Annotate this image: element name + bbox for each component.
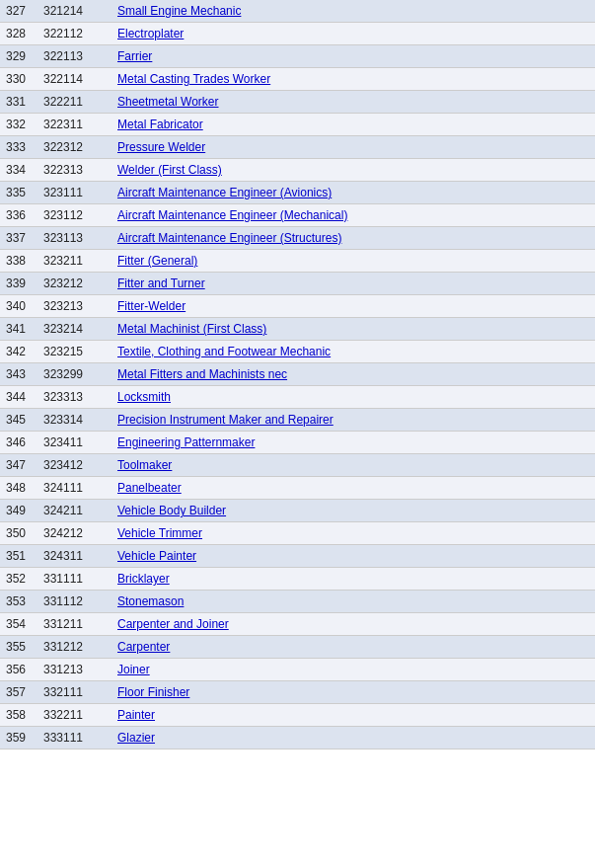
row-label[interactable]: Toolmaker xyxy=(112,454,595,477)
row-number: 345 xyxy=(0,409,37,432)
row-number: 340 xyxy=(0,295,37,318)
row-label[interactable]: Farrier xyxy=(112,45,595,68)
row-label[interactable]: Bricklayer xyxy=(112,568,595,591)
row-code: 323299 xyxy=(37,363,112,386)
row-number: 330 xyxy=(0,68,37,91)
table-row: 357 332111 Floor Finisher xyxy=(0,681,595,704)
table-row: 348 324111 Panelbeater xyxy=(0,477,595,500)
row-label[interactable]: Floor Finisher xyxy=(112,681,595,704)
row-code: 323411 xyxy=(37,432,112,454)
row-code: 323112 xyxy=(37,204,112,227)
table-row: 343 323299 Metal Fitters and Machinists … xyxy=(0,363,595,386)
row-code: 321214 xyxy=(37,0,112,23)
row-number: 329 xyxy=(0,45,37,68)
row-label[interactable]: Vehicle Trimmer xyxy=(112,522,595,545)
row-number: 348 xyxy=(0,477,37,500)
row-code: 323213 xyxy=(37,295,112,318)
table-row: 342 323215 Textile, Clothing and Footwea… xyxy=(0,341,595,363)
row-code: 331111 xyxy=(37,568,112,591)
row-number: 333 xyxy=(0,136,37,159)
row-code: 322311 xyxy=(37,114,112,136)
row-label[interactable]: Locksmith xyxy=(112,386,595,409)
table-row: 341 323214 Metal Machinist (First Class) xyxy=(0,318,595,341)
row-code: 332211 xyxy=(37,704,112,727)
row-number: 337 xyxy=(0,227,37,250)
row-number: 358 xyxy=(0,704,37,727)
table-row: 327 321214 Small Engine Mechanic xyxy=(0,0,595,23)
row-label[interactable]: Small Engine Mechanic xyxy=(112,0,595,23)
row-number: 356 xyxy=(0,659,37,681)
row-label[interactable]: Vehicle Body Builder xyxy=(112,500,595,522)
table-row: 349 324211 Vehicle Body Builder xyxy=(0,500,595,522)
row-number: 357 xyxy=(0,681,37,704)
row-label[interactable]: Vehicle Painter xyxy=(112,545,595,568)
row-label[interactable]: Glazier xyxy=(112,727,595,750)
table-row: 346 323411 Engineering Patternmaker xyxy=(0,432,595,454)
row-label[interactable]: Precision Instrument Maker and Repairer xyxy=(112,409,595,432)
row-label[interactable]: Fitter and Turner xyxy=(112,273,595,295)
row-label[interactable]: Stonemason xyxy=(112,591,595,613)
row-code: 331213 xyxy=(37,659,112,681)
row-number: 347 xyxy=(0,454,37,477)
table-row: 350 324212 Vehicle Trimmer xyxy=(0,522,595,545)
row-code: 322114 xyxy=(37,68,112,91)
row-label[interactable]: Fitter-Welder xyxy=(112,295,595,318)
row-label[interactable]: Metal Fitters and Machinists nec xyxy=(112,363,595,386)
row-label[interactable]: Painter xyxy=(112,704,595,727)
row-code: 322313 xyxy=(37,159,112,182)
table-row: 354 331211 Carpenter and Joiner xyxy=(0,613,595,636)
row-label[interactable]: Panelbeater xyxy=(112,477,595,500)
row-code: 331112 xyxy=(37,591,112,613)
row-number: 332 xyxy=(0,114,37,136)
row-label[interactable]: Carpenter xyxy=(112,636,595,659)
row-number: 351 xyxy=(0,545,37,568)
row-code: 323313 xyxy=(37,386,112,409)
row-label[interactable]: Electroplater xyxy=(112,23,595,45)
table-row: 330 322114 Metal Casting Trades Worker xyxy=(0,68,595,91)
table-row: 329 322113 Farrier xyxy=(0,45,595,68)
row-number: 336 xyxy=(0,204,37,227)
row-number: 342 xyxy=(0,341,37,363)
table-row: 340 323213 Fitter-Welder xyxy=(0,295,595,318)
row-code: 322211 xyxy=(37,91,112,114)
table-row: 347 323412 Toolmaker xyxy=(0,454,595,477)
row-label[interactable]: Pressure Welder xyxy=(112,136,595,159)
row-code: 323314 xyxy=(37,409,112,432)
row-number: 343 xyxy=(0,363,37,386)
row-label[interactable]: Joiner xyxy=(112,659,595,681)
row-label[interactable]: Sheetmetal Worker xyxy=(112,91,595,114)
row-number: 335 xyxy=(0,182,37,204)
row-label[interactable]: Metal Machinist (First Class) xyxy=(112,318,595,341)
table-row: 336 323112 Aircraft Maintenance Engineer… xyxy=(0,204,595,227)
row-code: 324211 xyxy=(37,500,112,522)
row-code: 324111 xyxy=(37,477,112,500)
row-number: 359 xyxy=(0,727,37,750)
table-row: 333 322312 Pressure Welder xyxy=(0,136,595,159)
row-number: 344 xyxy=(0,386,37,409)
row-label[interactable]: Carpenter and Joiner xyxy=(112,613,595,636)
row-number: 334 xyxy=(0,159,37,182)
row-label[interactable]: Metal Fabricator xyxy=(112,114,595,136)
row-label[interactable]: Aircraft Maintenance Engineer (Structure… xyxy=(112,227,595,250)
row-number: 353 xyxy=(0,591,37,613)
row-label[interactable]: Welder (First Class) xyxy=(112,159,595,182)
row-number: 338 xyxy=(0,250,37,273)
row-label[interactable]: Metal Casting Trades Worker xyxy=(112,68,595,91)
row-code: 331212 xyxy=(37,636,112,659)
row-code: 331211 xyxy=(37,613,112,636)
row-label[interactable]: Engineering Patternmaker xyxy=(112,432,595,454)
table-row: 335 323111 Aircraft Maintenance Engineer… xyxy=(0,182,595,204)
table-row: 337 323113 Aircraft Maintenance Engineer… xyxy=(0,227,595,250)
row-number: 350 xyxy=(0,522,37,545)
table-row: 353 331112 Stonemason xyxy=(0,591,595,613)
row-label[interactable]: Aircraft Maintenance Engineer (Mechanica… xyxy=(112,204,595,227)
row-number: 355 xyxy=(0,636,37,659)
table-row: 338 323211 Fitter (General) xyxy=(0,250,595,273)
table-row: 332 322311 Metal Fabricator xyxy=(0,114,595,136)
row-label[interactable]: Textile, Clothing and Footwear Mechanic xyxy=(112,341,595,363)
table-row: 351 324311 Vehicle Painter xyxy=(0,545,595,568)
row-label[interactable]: Aircraft Maintenance Engineer (Avionics) xyxy=(112,182,595,204)
row-code: 323215 xyxy=(37,341,112,363)
row-label[interactable]: Fitter (General) xyxy=(112,250,595,273)
row-number: 354 xyxy=(0,613,37,636)
